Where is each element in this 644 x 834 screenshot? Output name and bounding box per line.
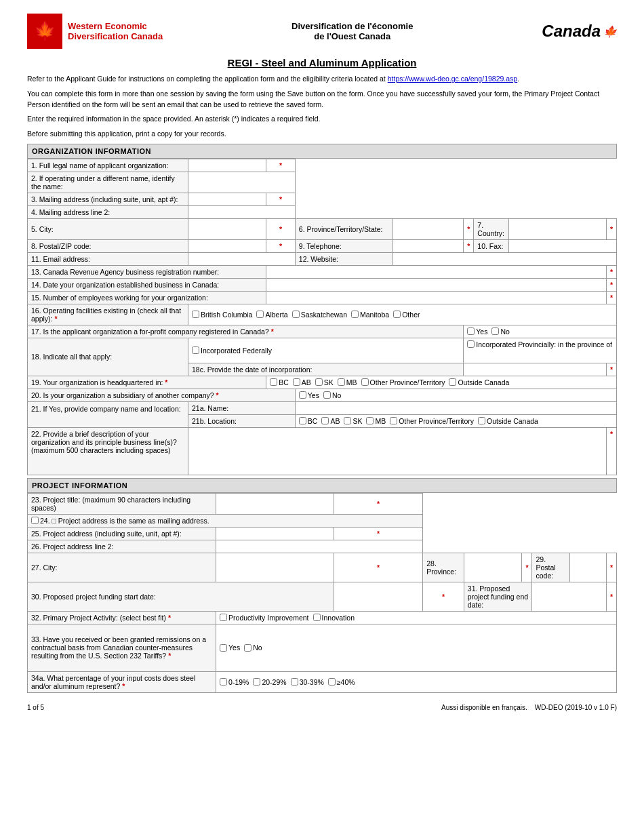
f4-input[interactable] — [188, 205, 295, 218]
f12-text-input[interactable] — [397, 255, 613, 263]
f1-text-input[interactable] — [192, 161, 262, 170]
f22-textarea[interactable] — [192, 430, 603, 471]
f2-text-input[interactable] — [192, 178, 291, 186]
f18b-checkbox[interactable] — [467, 340, 475, 348]
f18a-item[interactable]: Incorporated Federally — [192, 346, 272, 355]
f29-text-input[interactable] — [573, 563, 603, 572]
f21a-input[interactable] — [295, 401, 616, 414]
f21b-bc-item[interactable]: BC — [299, 417, 318, 425]
f8-input[interactable] — [188, 239, 266, 252]
f33-no-checkbox[interactable] — [244, 644, 251, 652]
f11-text-input[interactable] — [192, 255, 291, 263]
f24-item[interactable]: 24. □ Project address is the same as mai… — [31, 517, 419, 525]
f34a-20-29-item[interactable]: 20-29% — [253, 678, 286, 686]
f16-ab-item[interactable]: Alberta — [256, 311, 287, 319]
f34a-20-29-checkbox[interactable] — [253, 678, 260, 686]
f34a-30-39-item[interactable]: 30-39% — [291, 678, 324, 686]
f11-input[interactable] — [188, 252, 295, 265]
f25-input[interactable] — [216, 527, 334, 540]
f13-input[interactable] — [266, 265, 607, 278]
f21b-outside-item[interactable]: Outside Canada — [478, 417, 538, 425]
guide-link[interactable]: https://www.wd-deo.gc.ca/eng/19829.asp — [388, 75, 517, 83]
f19-sk-item[interactable]: SK — [315, 378, 334, 386]
f19-ab-item[interactable]: AB — [293, 378, 311, 386]
f25-text-input[interactable] — [220, 530, 330, 538]
f21b-other-prov-checkbox[interactable] — [390, 417, 397, 424]
f30-text-input[interactable] — [338, 593, 419, 601]
f17-no-checkbox[interactable] — [491, 327, 499, 335]
f2-input[interactable] — [188, 172, 295, 193]
f19-outside-checkbox[interactable] — [449, 378, 456, 386]
f14-text-input[interactable] — [270, 281, 603, 289]
f19-mb-item[interactable]: MB — [338, 378, 357, 386]
f14-input[interactable] — [266, 278, 607, 291]
f26-text-input[interactable] — [220, 542, 419, 551]
f15-input[interactable] — [266, 291, 607, 304]
f33-yes-item[interactable]: Yes — [220, 643, 240, 652]
f22-input[interactable] — [188, 427, 606, 475]
f21b-outside-checkbox[interactable] — [478, 417, 485, 424]
f27-input[interactable] — [216, 553, 334, 582]
f21b-mb-checkbox[interactable] — [366, 417, 374, 424]
f27-text-input[interactable] — [220, 563, 330, 572]
f33-no-item[interactable]: No — [244, 643, 262, 652]
f16-sk-checkbox[interactable] — [292, 311, 300, 318]
f9-text-input[interactable] — [397, 242, 460, 250]
f21b-other-prov-item[interactable]: Other Province/Territory — [390, 417, 474, 425]
f18c-input[interactable] — [464, 363, 607, 376]
f23-input[interactable] — [216, 493, 334, 514]
f28-input[interactable] — [464, 553, 522, 582]
f31-input[interactable] — [532, 582, 606, 611]
f16-other-item[interactable]: Other — [393, 311, 420, 319]
f20-no-checkbox[interactable] — [323, 391, 331, 399]
f13-text-input[interactable] — [270, 268, 603, 276]
f16-other-checkbox[interactable] — [393, 311, 401, 318]
f21b-bc-checkbox[interactable] — [299, 417, 306, 424]
f29-input[interactable] — [569, 553, 606, 582]
f7-input[interactable] — [509, 218, 607, 239]
f28-text-input[interactable] — [468, 563, 519, 572]
f20-yes-checkbox[interactable] — [299, 391, 306, 399]
f19-ab-checkbox[interactable] — [293, 378, 300, 386]
f24-checkbox[interactable] — [31, 517, 39, 524]
f17-yes-item[interactable]: Yes — [467, 327, 487, 336]
f16-sk-item[interactable]: Saskatchewan — [292, 311, 347, 319]
f19-mb-checkbox[interactable] — [338, 378, 345, 386]
f15-text-input[interactable] — [270, 294, 603, 302]
f18a-checkbox[interactable] — [192, 346, 199, 354]
f9-input[interactable] — [393, 239, 464, 252]
f19-bc-checkbox[interactable] — [270, 378, 277, 386]
f33-yes-checkbox[interactable] — [220, 644, 227, 652]
f31-text-input[interactable] — [536, 593, 602, 601]
f23-text-input[interactable] — [220, 500, 330, 508]
f18b-item[interactable]: Incorporated Provincially: in the provin… — [467, 340, 612, 349]
f19-other-prov-item[interactable]: Other Province/Territory — [361, 378, 445, 386]
f16-mb-item[interactable]: Manitoba — [351, 311, 389, 319]
f32-productivity-item[interactable]: Productivity Improvement — [220, 614, 308, 622]
f3-text-input[interactable] — [192, 195, 262, 203]
f12-input[interactable] — [393, 252, 617, 265]
f7-text-input[interactable] — [512, 225, 603, 233]
f4-text-input[interactable] — [192, 208, 291, 216]
f17-yes-checkbox[interactable] — [467, 327, 475, 335]
f30-input[interactable] — [334, 582, 422, 611]
f5-input[interactable] — [188, 218, 266, 239]
f21a-text-input[interactable] — [299, 404, 613, 412]
f21b-mb-item[interactable]: MB — [366, 417, 386, 425]
f34a-0-19-checkbox[interactable] — [220, 678, 227, 686]
f10-text-input[interactable] — [512, 242, 613, 250]
f21b-ab-item[interactable]: AB — [321, 417, 340, 425]
f19-bc-item[interactable]: BC — [270, 378, 289, 386]
f18b-province-input[interactable] — [467, 353, 521, 361]
f32-innovation-checkbox[interactable] — [313, 614, 321, 621]
f26-input[interactable] — [216, 540, 423, 553]
f16-ab-checkbox[interactable] — [256, 311, 264, 318]
f34a-30-39-checkbox[interactable] — [291, 678, 298, 686]
f19-other-prov-checkbox[interactable] — [361, 378, 369, 386]
f21b-ab-checkbox[interactable] — [321, 417, 329, 424]
f21b-sk-item[interactable]: SK — [344, 417, 362, 425]
f6-text-input[interactable] — [397, 225, 460, 233]
f32-productivity-checkbox[interactable] — [220, 614, 227, 621]
f10-input[interactable] — [509, 239, 617, 252]
f6-input[interactable] — [393, 218, 464, 239]
